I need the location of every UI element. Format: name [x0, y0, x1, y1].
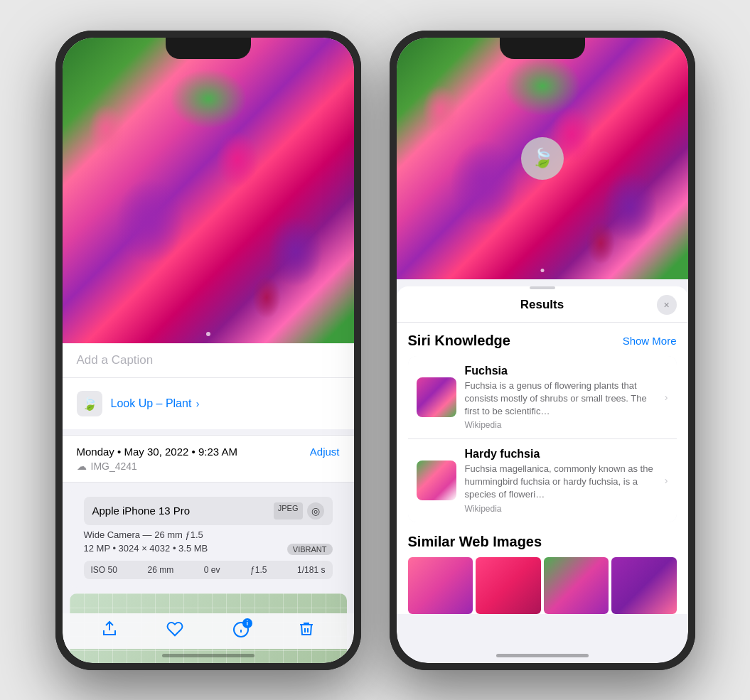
web-image-3[interactable]	[544, 557, 609, 614]
exif-shutter: 1/181 s	[297, 565, 325, 575]
hardy-thumb	[417, 461, 456, 500]
flower-overlay	[63, 38, 354, 343]
show-more-button[interactable]: Show More	[623, 335, 677, 347]
trash-icon[interactable]	[298, 620, 315, 642]
info-badge[interactable]: i	[232, 621, 250, 641]
photo-dot	[206, 332, 210, 336]
format-badge: JPEG	[274, 502, 303, 519]
fuchsia-title: Fuchsia	[465, 365, 656, 377]
results-header: Results ×	[397, 295, 688, 323]
hardy-title: Hardy fuchsia	[465, 448, 656, 461]
results-panel: Results × Siri Knowledge Show More	[397, 286, 688, 614]
date-text: Monday • May 30, 2022 • 9:23 AM	[77, 446, 237, 458]
location-icon: ◎	[307, 502, 324, 519]
exif-focal: 26 mm	[147, 565, 173, 575]
date-section: Monday • May 30, 2022 • 9:23 AM Adjust ☁…	[63, 435, 354, 483]
panel-handle	[530, 286, 555, 289]
fuchsia-thumb	[417, 377, 456, 417]
hardy-source: Wikipedia	[465, 504, 656, 514]
home-indicator	[162, 654, 255, 657]
info-dot: i	[242, 618, 252, 628]
siri-button[interactable]: 🍃	[521, 137, 564, 180]
knowledge-card: Fuchsia Fuchsia is a genus of flowering …	[408, 356, 677, 522]
web-image-1[interactable]	[408, 557, 473, 614]
toolbar: i	[63, 613, 354, 649]
siri-knowledge-section: Siri Knowledge Show More Fuchsia Fuchsia…	[397, 323, 688, 522]
filename-row: ☁ IMG_4241	[77, 461, 340, 472]
web-images-grid	[408, 557, 677, 614]
home-indicator-2	[496, 654, 589, 657]
lookup-label: Look Up – Plant ›	[111, 397, 200, 410]
filename-text: IMG_4241	[91, 461, 137, 472]
mp-spec: 12 MP • 3024 × 4032 • 3.5 MB	[84, 543, 208, 554]
close-button[interactable]: ×	[657, 295, 677, 315]
fuchsia-content: Fuchsia Fuchsia is a genus of flowering …	[465, 365, 656, 431]
lookup-row[interactable]: 🍃 Look Up – Plant ›	[77, 388, 340, 419]
web-image-4[interactable]	[611, 557, 677, 614]
hardy-desc: Fuchsia magellanica, commonly known as t…	[465, 463, 656, 502]
hardy-chevron: ›	[665, 475, 668, 486]
phone2-screen: 🍃 Results × Siri Knowledge Show More	[397, 38, 688, 663]
share-icon[interactable]	[101, 620, 118, 642]
siri-knowledge-title: Siri Knowledge	[408, 333, 510, 349]
phone-2: 🍃 Results × Siri Knowledge Show More	[390, 31, 695, 670]
fuchsia-chevron: ›	[665, 392, 668, 403]
hardy-thumb-image	[417, 461, 456, 500]
results-title: Results	[428, 298, 657, 312]
adjust-button[interactable]: Adjust	[310, 446, 340, 458]
camera-spec: Wide Camera — 26 mm ƒ1.5	[84, 529, 333, 540]
badge-row: JPEG ◎	[274, 502, 324, 519]
fuchsia-source: Wikipedia	[465, 420, 656, 430]
date-row: Monday • May 30, 2022 • 9:23 AM Adjust	[77, 446, 340, 458]
caption-area[interactable]: Add a Caption	[63, 343, 354, 378]
web-images-title: Similar Web Images	[408, 534, 677, 550]
section-header: Siri Knowledge Show More	[408, 333, 677, 349]
leaf-icon: 🍃	[77, 391, 102, 416]
notch	[166, 38, 251, 59]
device-section: Apple iPhone 13 Pro JPEG ◎ Wide Camera —…	[70, 488, 347, 588]
phone-1: Add a Caption 🍃 Look Up – Plant › Monday…	[55, 31, 361, 670]
siri-dot	[540, 269, 544, 272]
fuchsia-item[interactable]: Fuchsia Fuchsia is a genus of flowering …	[408, 356, 677, 440]
web-image-2[interactable]	[476, 557, 541, 614]
web-images-section: Similar Web Images	[397, 524, 688, 614]
exif-ev: 0 ev	[204, 565, 220, 575]
cloud-icon: ☁	[77, 461, 87, 472]
lookup-section[interactable]: 🍃 Look Up – Plant ›	[63, 378, 354, 429]
exif-iso: ISO 50	[91, 565, 117, 575]
hardy-fuchsia-item[interactable]: Hardy fuchsia Fuchsia magellanica, commo…	[408, 439, 677, 522]
fuchsia-thumb-image	[417, 377, 456, 417]
caption-placeholder: Add a Caption	[77, 353, 154, 367]
flower-photo	[63, 38, 354, 343]
device-row: Apple iPhone 13 Pro JPEG ◎	[84, 497, 333, 525]
heart-icon[interactable]	[166, 620, 183, 642]
hardy-content: Hardy fuchsia Fuchsia magellanica, commo…	[465, 448, 656, 514]
device-name: Apple iPhone 13 Pro	[92, 505, 191, 517]
fuchsia-desc: Fuchsia is a genus of flowering plants t…	[465, 379, 656, 419]
exif-row: ISO 50 26 mm 0 ev ƒ1.5 1/181 s	[84, 561, 333, 579]
exif-aperture: ƒ1.5	[250, 565, 267, 575]
specs-row: 12 MP • 3024 × 4032 • 3.5 MB VIBRANT	[84, 543, 333, 556]
photo2-section: 🍃	[397, 38, 688, 279]
photo-section	[63, 38, 354, 343]
notch-2	[500, 38, 585, 59]
phone1-screen: Add a Caption 🍃 Look Up – Plant › Monday…	[63, 38, 354, 663]
chevron-icon: ›	[196, 398, 200, 409]
vibrant-badge: VIBRANT	[287, 544, 333, 555]
